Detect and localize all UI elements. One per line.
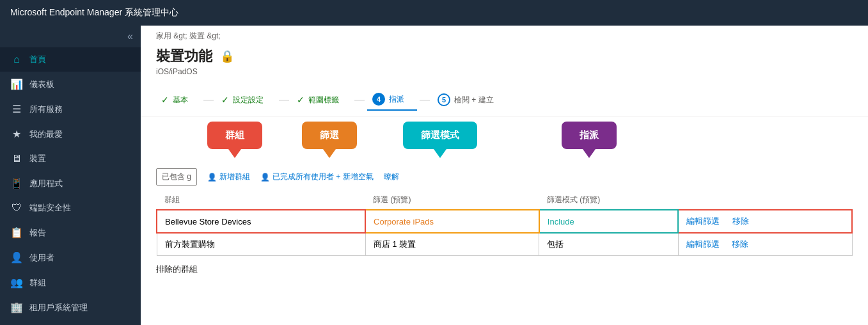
tenant-icon: 🏢 xyxy=(10,301,23,313)
step-5-num: 5 xyxy=(438,93,450,106)
filtermode-cell-1: Include xyxy=(539,210,678,233)
check-icon: ✓ xyxy=(297,95,304,105)
remove-btn-2[interactable]: 移除 xyxy=(732,239,748,250)
sidebar-item-label: 群組 xyxy=(29,277,46,289)
sidebar-item-label: 租用戶系統管理 xyxy=(29,302,88,313)
app-title: Microsoft Endpoint Manager 系統管理中心 xyxy=(10,7,178,19)
remove-btn-1[interactable]: 移除 xyxy=(732,216,749,227)
sidebar-collapse-btn[interactable]: « xyxy=(0,26,141,47)
sidebar-item-groups[interactable]: 👥 群組 xyxy=(0,270,141,295)
action-cell-2: 編輯篩選 移除 xyxy=(678,233,852,256)
col-header-actions xyxy=(678,191,852,210)
lock-icon[interactable]: 🔒 xyxy=(220,49,234,63)
home-icon: ⌂ xyxy=(10,54,23,65)
group-cell-2: 前方裝置購物 xyxy=(157,233,365,256)
sidebar-item-label: 首頁 xyxy=(29,54,46,65)
sidebar-item-apps[interactable]: 📱 應用程式 xyxy=(0,171,141,196)
user-icon: 👤 xyxy=(10,251,23,264)
filter-icon: 👤 xyxy=(260,173,270,182)
bubble-filter-col: 篩選 xyxy=(302,122,357,158)
excluded-label: 排除的群組 xyxy=(156,264,853,275)
table-row: Bellevue Store Devices Corporate iPads I… xyxy=(157,210,852,233)
sidebar: « ⌂ 首頁 📊 儀表板 ☰ 所有服務 ★ 我的最愛 🖥 裝置 📱 應用程式 🛡… xyxy=(0,26,141,325)
step-4[interactable]: 4 指派 xyxy=(367,89,417,111)
bubble-assign-col: 指派 xyxy=(562,122,617,158)
step-3[interactable]: ✓ 範圍標籤 xyxy=(292,91,352,109)
bubble-assign: 指派 xyxy=(562,122,617,149)
bubble-group-arrow xyxy=(228,149,241,158)
devices-icon: 🖥 xyxy=(10,153,23,164)
sidebar-item-label: 裝置 xyxy=(29,153,46,164)
col-header-group: 群組 xyxy=(157,191,365,210)
step-1[interactable]: ✓ 基本 xyxy=(156,91,201,109)
sidebar-item-dashboard[interactable]: 📊 儀表板 xyxy=(0,72,141,97)
add-filter-btn[interactable]: 👤 已完成所有使用者 + 新增空氣 xyxy=(260,169,374,185)
sidebar-item-users[interactable]: 👤 使用者 xyxy=(0,245,141,270)
sidebar-item-label: 我的最愛 xyxy=(29,129,63,140)
shield-icon: 🛡 xyxy=(10,202,23,214)
sidebar-item-label: 端點安全性 xyxy=(29,202,71,214)
step-5[interactable]: 5 檢閱 + 建立 xyxy=(432,90,507,110)
sidebar-item-devices[interactable]: 🖥 裝置 xyxy=(0,147,141,171)
table-row: 前方裝置購物 商店 1 裝置 包括 編輯篩選 xyxy=(157,233,852,256)
filter-cell-1: Corporate iPads xyxy=(365,210,539,233)
assignment-table: 群組 篩選 (預覽) 篩選模式 (預覽) Bellevue Store Devi… xyxy=(156,191,853,256)
sidebar-item-favorites[interactable]: ★ 我的最愛 xyxy=(0,122,141,147)
bubble-group: 群組 xyxy=(207,122,262,149)
star-icon: ★ xyxy=(10,128,23,140)
top-bar: Microsoft Endpoint Manager 系統管理中心 xyxy=(0,0,868,26)
check-icon: ✓ xyxy=(221,95,229,105)
step-1-label: 基本 xyxy=(173,95,188,106)
groups-icon: 👥 xyxy=(10,276,23,289)
step-4-label: 指派 xyxy=(389,94,404,105)
apps-icon: 📱 xyxy=(10,177,23,189)
edit-filter-btn-2[interactable]: 編輯篩選 xyxy=(686,239,720,250)
bubble-filtermode-col: 篩選模式 xyxy=(403,122,477,158)
filter-cell-2: 商店 1 裝置 xyxy=(365,233,539,256)
step-2[interactable]: ✓ 設定設定 xyxy=(216,91,276,109)
reports-icon: 📋 xyxy=(10,226,23,239)
step-divider-1: — xyxy=(201,94,216,106)
sidebar-item-label: 報告 xyxy=(29,227,46,239)
group-cell-1: Bellevue Store Devices xyxy=(157,210,365,233)
check-icon: ✓ xyxy=(161,95,169,105)
bubbles-row: 群組 篩選 篩選模式 指派 xyxy=(141,116,868,158)
bubble-assign-arrow xyxy=(583,149,596,158)
sidebar-item-home[interactable]: ⌂ 首頁 xyxy=(0,47,141,72)
breadcrumb: 家用 &gt; 裝置 &gt; xyxy=(141,26,868,44)
step-5-label: 檢閱 + 建立 xyxy=(454,95,494,106)
page-title-area: 裝置功能 🔒 iOS/iPadOS xyxy=(141,44,868,84)
sidebar-item-label: 所有服務 xyxy=(29,104,63,115)
bubble-filtermode-arrow xyxy=(434,149,446,158)
step-2-label: 設定設定 xyxy=(233,95,264,106)
bubble-filter-arrow xyxy=(323,149,336,158)
bubble-filtermode: 篩選模式 xyxy=(403,122,477,149)
bubble-group-col: 群組 xyxy=(207,122,262,158)
sidebar-item-label: 應用程式 xyxy=(29,178,63,189)
edit-filter-btn-1[interactable]: 編輯篩選 xyxy=(686,216,720,227)
page-subtitle: iOS/iPadOS xyxy=(156,67,853,76)
add-group-btn[interactable]: 👤 新增群組 xyxy=(207,169,250,185)
section-row: 已包含 g 👤 新增群組 👤 已完成所有使用者 + 新增空氣 瞭解 xyxy=(156,168,853,186)
sidebar-item-tenant[interactable]: 🏢 租用戶系統管理 xyxy=(0,295,141,320)
sidebar-item-security[interactable]: 🛡 端點安全性 xyxy=(0,196,141,220)
sidebar-item-label: 儀表板 xyxy=(29,79,54,90)
step-divider-2: — xyxy=(276,94,292,106)
step-3-label: 範圍標籤 xyxy=(308,95,339,106)
step-divider-3: — xyxy=(352,94,367,106)
step-divider-4: — xyxy=(417,94,432,106)
steps-bar: ✓ 基本 — ✓ 設定設定 — ✓ 範圍標籤 — 4 指派 — 5 檢閱 + 建… xyxy=(141,84,868,116)
bubble-filter: 篩選 xyxy=(302,122,357,149)
assignment-area: 已包含 g 👤 新增群組 👤 已完成所有使用者 + 新增空氣 瞭解 群組 xyxy=(141,158,868,285)
learn-more-btn[interactable]: 瞭解 xyxy=(384,169,399,185)
action-cell-1: 編輯篩選 移除 xyxy=(678,210,852,233)
content-area: 家用 &gt; 裝置 &gt; 裝置功能 🔒 iOS/iPadOS ✓ 基本 —… xyxy=(141,26,868,325)
included-label: 已包含 g xyxy=(156,168,197,186)
sidebar-item-reports[interactable]: 📋 報告 xyxy=(0,220,141,245)
dashboard-icon: 📊 xyxy=(10,78,23,90)
step-4-num: 4 xyxy=(372,93,385,106)
page-title: 裝置功能 xyxy=(156,47,212,66)
col-header-filtermode: 篩選模式 (預覽) xyxy=(539,191,678,210)
sidebar-item-allservices[interactable]: ☰ 所有服務 xyxy=(0,97,141,122)
allservices-icon: ☰ xyxy=(10,103,23,115)
